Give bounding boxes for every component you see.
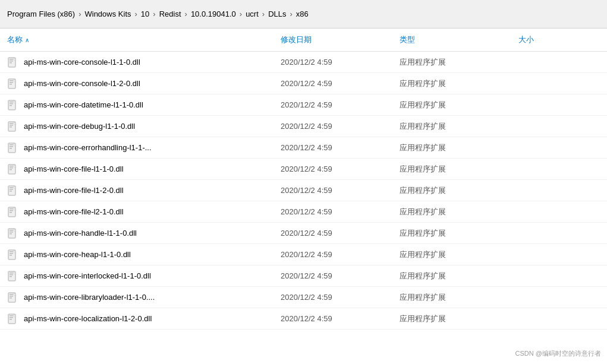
file-name-cell: api-ms-win-core-file-l1-1-0.dll xyxy=(0,163,273,175)
table-row[interactable]: api-ms-win-core-heap-l1-1-0.dll 2020/12/… xyxy=(0,244,607,265)
file-type-cell: 应用程序扩展 xyxy=(392,121,511,132)
file-name-text: api-ms-win-core-file-l2-1-0.dll xyxy=(24,207,124,216)
file-name-text: api-ms-win-core-datetime-l1-1-0.dll xyxy=(24,100,143,109)
table-row[interactable]: api-ms-win-core-libraryloader-l1-1-0....… xyxy=(0,287,607,308)
file-date-cell: 2020/12/2 4:59 xyxy=(273,207,392,216)
breadcrumb-item-10[interactable]: 10 xyxy=(141,10,149,18)
file-name-text: api-ms-win-core-console-l1-2-0.dll xyxy=(24,79,140,88)
svg-rect-31 xyxy=(10,166,13,167)
svg-rect-73 xyxy=(10,315,13,316)
file-name-text: api-ms-win-core-heap-l1-1-0.dll xyxy=(24,250,131,259)
file-name-text: api-ms-win-core-debug-l1-1-0.dll xyxy=(24,122,135,131)
table-row[interactable]: api-ms-win-core-file-l1-2-0.dll 2020/12/… xyxy=(0,180,607,201)
file-type-cell: 应用程序扩展 xyxy=(392,271,511,281)
column-header-row: 名称 ∧ 修改日期 类型 大小 xyxy=(0,29,607,52)
svg-rect-33 xyxy=(10,169,12,170)
file-type-cell: 应用程序扩展 xyxy=(392,249,511,260)
col-header-size[interactable]: 大小 xyxy=(511,31,583,49)
svg-rect-43 xyxy=(10,208,13,210)
file-dll-icon xyxy=(7,121,19,132)
file-date-cell: 2020/12/2 4:59 xyxy=(273,229,392,238)
table-row[interactable]: api-ms-win-core-handle-l1-1-0.dll 2020/1… xyxy=(0,223,607,244)
file-dll-icon xyxy=(7,142,19,154)
svg-rect-68 xyxy=(10,296,13,297)
file-name-cell: api-ms-win-core-file-l2-1-0.dll xyxy=(0,206,273,218)
breadcrumb-item-dlls[interactable]: DLLs xyxy=(268,10,286,18)
svg-rect-37 xyxy=(10,187,13,188)
file-name-cell: api-ms-win-core-datetime-l1-1-0.dll xyxy=(0,99,273,111)
svg-rect-56 xyxy=(10,253,13,254)
file-type-cell: 应用程序扩展 xyxy=(392,185,511,196)
col-size-label: 大小 xyxy=(518,34,534,45)
svg-rect-27 xyxy=(10,148,12,149)
file-name-text: api-ms-win-core-errorhandling-l1-1-... xyxy=(24,143,152,152)
table-row[interactable]: api-ms-win-core-console-l1-2-0.dll 2020/… xyxy=(0,73,607,94)
file-rows: api-ms-win-core-console-l1-1-0.dll 2020/… xyxy=(0,52,607,364)
file-dll-icon xyxy=(7,78,19,90)
breadcrumb: Program Files (x86) › Windows Kits › 10 … xyxy=(0,0,607,29)
svg-rect-25 xyxy=(10,144,13,145)
breadcrumb-item-x86[interactable]: x86 xyxy=(296,10,309,18)
file-name-text: api-ms-win-core-libraryloader-l1-1-0.... xyxy=(24,293,155,302)
file-dll-icon xyxy=(7,185,19,197)
col-header-type[interactable]: 类型 xyxy=(392,31,511,49)
svg-rect-21 xyxy=(10,126,12,128)
svg-rect-9 xyxy=(10,84,12,85)
file-dll-icon xyxy=(7,206,19,218)
table-row[interactable]: api-ms-win-core-errorhandling-l1-1-... 2… xyxy=(0,137,607,159)
sort-arrow-icon: ∧ xyxy=(25,37,29,43)
svg-rect-13 xyxy=(10,102,13,103)
file-date-cell: 2020/12/2 4:59 xyxy=(273,79,392,88)
breadcrumb-item-version[interactable]: 10.0.19041.0 xyxy=(191,10,236,18)
file-date-cell: 2020/12/2 4:59 xyxy=(273,186,392,195)
file-date-cell: 2020/12/2 4:59 xyxy=(273,314,392,323)
svg-rect-39 xyxy=(10,191,12,192)
file-dll-icon xyxy=(7,249,19,261)
table-row[interactable]: api-ms-win-core-interlocked-l1-1-0.dll 2… xyxy=(0,265,607,287)
table-row[interactable]: api-ms-win-core-console-l1-1-0.dll 2020/… xyxy=(0,52,607,73)
file-type-cell: 应用程序扩展 xyxy=(392,100,511,110)
svg-rect-3 xyxy=(10,62,12,64)
file-date-cell: 2020/12/2 4:59 xyxy=(273,100,392,109)
col-header-date[interactable]: 修改日期 xyxy=(273,31,392,49)
svg-rect-50 xyxy=(10,232,13,233)
file-name-text: api-ms-win-core-file-l1-1-0.dll xyxy=(24,164,124,173)
file-dll-icon xyxy=(7,270,19,282)
file-date-cell: 2020/12/2 4:59 xyxy=(273,164,392,173)
breadcrumb-sep-5: › xyxy=(240,10,242,18)
file-dll-icon xyxy=(7,163,19,175)
table-row[interactable]: api-ms-win-core-file-l2-1-0.dll 2020/12/… xyxy=(0,201,607,223)
table-row[interactable]: api-ms-win-core-file-l1-1-0.dll 2020/12/… xyxy=(0,159,607,180)
svg-rect-7 xyxy=(10,80,13,81)
breadcrumb-sep-3: › xyxy=(153,10,155,18)
file-name-cell: api-ms-win-core-handle-l1-1-0.dll xyxy=(0,227,273,239)
col-type-label: 类型 xyxy=(400,34,415,45)
table-row[interactable]: api-ms-win-core-debug-l1-1-0.dll 2020/12… xyxy=(0,116,607,137)
svg-rect-19 xyxy=(10,123,13,124)
file-dll-icon xyxy=(7,56,19,68)
file-type-cell: 应用程序扩展 xyxy=(392,57,511,68)
watermark: CSDN @编码时空的诗意行者 xyxy=(515,349,601,358)
table-row[interactable]: api-ms-win-core-localization-l1-2-0.dll … xyxy=(0,308,607,330)
file-date-cell: 2020/12/2 4:59 xyxy=(273,293,392,302)
breadcrumb-item-windows-kits[interactable]: Windows Kits xyxy=(84,10,131,18)
file-dll-icon xyxy=(7,292,19,303)
file-type-cell: 应用程序扩展 xyxy=(392,314,511,324)
file-date-cell: 2020/12/2 4:59 xyxy=(273,122,392,131)
breadcrumb-item-redist[interactable]: Redist xyxy=(159,10,181,18)
breadcrumb-item-ucrt[interactable]: ucrt xyxy=(246,10,259,18)
file-date-cell: 2020/12/2 4:59 xyxy=(273,58,392,67)
col-header-name[interactable]: 名称 ∧ xyxy=(0,31,273,49)
table-row[interactable]: api-ms-win-core-datetime-l1-1-0.dll 2020… xyxy=(0,94,607,116)
svg-rect-69 xyxy=(10,297,12,299)
file-dll-icon xyxy=(7,99,19,111)
breadcrumb-item-program-files[interactable]: Program Files (x86) xyxy=(7,10,75,18)
file-dll-icon xyxy=(7,227,19,239)
file-type-cell: 应用程序扩展 xyxy=(392,228,511,239)
svg-rect-26 xyxy=(10,146,13,147)
file-name-text: api-ms-win-core-localization-l1-2-0.dll xyxy=(24,314,152,323)
svg-rect-57 xyxy=(10,255,12,256)
file-dll-icon xyxy=(7,313,19,325)
file-name-cell: api-ms-win-core-console-l1-2-0.dll xyxy=(0,78,273,90)
svg-rect-63 xyxy=(10,276,12,277)
